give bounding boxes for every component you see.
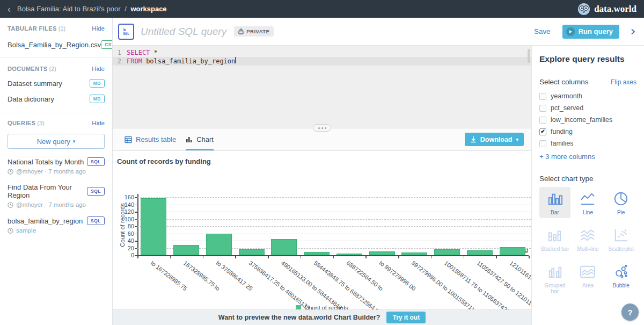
section-count: (2)	[49, 66, 56, 72]
app-window: ‹ Bolsa Familia: Aid to Brazil's poor / …	[0, 0, 644, 325]
bar-chart-icon	[540, 191, 569, 207]
section-tabular-files: TABULAR FILES (1) Hide Bolsa_Familia_by_…	[0, 18, 112, 58]
chart-type-bubble[interactable]: Bubble	[605, 260, 636, 297]
chart-type-scatterplot[interactable]: Scatterplot	[605, 223, 636, 255]
chart-type-bar[interactable]: Bar	[539, 187, 570, 218]
download-button[interactable]: Download ▾	[465, 133, 524, 146]
pie-chart-icon	[606, 191, 635, 207]
section-title: QUERIES	[8, 120, 35, 126]
lock-icon	[238, 28, 244, 34]
bar[interactable]	[336, 254, 362, 255]
bar[interactable]	[271, 239, 297, 255]
more-columns-link[interactable]: + 3 more columns	[539, 153, 636, 161]
help-button[interactable]: ?	[621, 304, 639, 321]
column-name: low_income_families	[551, 116, 612, 124]
x-tick-mark	[365, 256, 367, 258]
document-item[interactable]: Data dictionary MD	[8, 95, 105, 103]
bar[interactable]	[434, 249, 460, 256]
column-name: yearmonth	[551, 92, 582, 100]
tab-chart[interactable]: Chart	[186, 128, 214, 150]
query-meta: @mhoyer · 7 months ago	[8, 168, 105, 175]
hide-link-documents[interactable]: Hide	[92, 66, 105, 72]
x-tick-mark	[496, 256, 497, 258]
checkbox-checked[interactable]: ✔	[539, 128, 546, 135]
y-tick-label: 80	[116, 223, 134, 229]
line-number: 2	[113, 57, 127, 66]
sql-badge: SQL	[87, 216, 105, 225]
query-title-input[interactable]: Untitled SQL query	[141, 26, 226, 38]
x-tick-label: 1210116143...	[508, 259, 531, 287]
query-name: bolsa_familia_by_region	[8, 217, 83, 225]
multi-line-icon	[574, 227, 603, 243]
hide-link-queries[interactable]: Hide	[92, 120, 105, 126]
bar[interactable]	[304, 252, 330, 255]
column-checkbox-row[interactable]: pct_served	[539, 104, 636, 112]
new-query-button[interactable]: New query ▾	[8, 134, 105, 149]
back-chevron-icon[interactable]: ‹	[8, 4, 11, 14]
chart-type-stacked-bar[interactable]: Stacked bar	[539, 223, 570, 255]
brand-wordmark: data.world	[594, 4, 636, 15]
private-badge[interactable]: PRIVATE	[234, 26, 274, 37]
save-button[interactable]: Save	[534, 27, 551, 35]
chart-type-grouped-bar[interactable]: Grouped bar	[539, 260, 570, 297]
chart-type-multi-line[interactable]: Multi-line	[573, 223, 604, 255]
x-tick-mark	[170, 256, 171, 258]
gridline	[137, 241, 531, 241]
bar-chart-icon	[186, 136, 193, 143]
checkbox-unchecked[interactable]	[539, 140, 546, 147]
bar[interactable]	[369, 251, 395, 255]
tab-results-table[interactable]: Results table	[125, 128, 176, 150]
bar[interactable]	[173, 245, 199, 255]
chart-type-grid: Bar Line Pie Stacked bar	[539, 187, 636, 297]
run-query-button[interactable]: Run query	[562, 25, 619, 39]
gridline	[137, 197, 531, 198]
y-tick-mark	[135, 205, 137, 206]
gridline	[137, 212, 531, 212]
bar[interactable]	[206, 234, 232, 255]
dataworld-owl-icon	[577, 3, 590, 16]
query-name: National Totals by Month	[8, 158, 84, 166]
clock-icon	[8, 202, 13, 208]
column-checkbox-row[interactable]: ✔funding	[539, 128, 636, 135]
try-it-out-button[interactable]: Try it out	[386, 312, 426, 323]
query-item[interactable]: bolsa_familia_by_region SQL sample	[8, 216, 105, 234]
sql-editor[interactable]: 1SELECT * 2FROM bolsa_familia_by_region	[113, 46, 531, 128]
splitter-drag-handle[interactable]	[313, 124, 331, 132]
line-chart-icon	[574, 191, 603, 207]
chart-type-line[interactable]: Line	[573, 187, 604, 218]
breadcrumb-dataset-title[interactable]: Bolsa Familia: Aid to Brazil's poor	[17, 5, 121, 13]
hide-link-tabular[interactable]: Hide	[92, 25, 105, 32]
checkbox-unchecked[interactable]	[539, 117, 546, 124]
chart-type-area[interactable]: Area	[573, 260, 604, 297]
sidebar: TABULAR FILES (1) Hide Bolsa_Familia_by_…	[0, 18, 113, 325]
breadcrumb-page: workspace	[130, 5, 166, 13]
bar[interactable]	[467, 250, 493, 255]
bar[interactable]	[401, 252, 427, 255]
editor-scrollbar[interactable]	[528, 49, 530, 63]
column-checkbox-row[interactable]: low_income_families	[539, 116, 636, 124]
file-item-csv[interactable]: Bolsa_Familia_by_Region.csv CSV	[8, 40, 105, 49]
collapse-panel-button[interactable]	[629, 28, 636, 35]
checkbox-unchecked[interactable]	[539, 105, 546, 112]
y-tick-mark	[135, 219, 137, 220]
section-count: (3)	[37, 120, 44, 126]
file-name: Bolsa_Familia_by_Region.csv	[8, 41, 101, 49]
gridline	[137, 234, 531, 234]
text-cursor	[235, 57, 236, 63]
column-checkbox-row[interactable]: families	[539, 140, 636, 147]
explore-heading: Explore query results	[539, 54, 636, 64]
column-checkbox-row[interactable]: yearmonth	[539, 92, 636, 100]
bar[interactable]	[500, 247, 525, 255]
x-tick-mark	[301, 256, 302, 258]
bar[interactable]	[239, 249, 265, 255]
checkbox-unchecked[interactable]	[539, 93, 546, 100]
flip-axes-link[interactable]: Flip axes	[611, 78, 636, 86]
x-tick-mark	[333, 256, 334, 258]
brand-logo[interactable]: data.world	[577, 3, 636, 16]
query-item[interactable]: National Totals by Month SQL @mhoyer · 7…	[8, 157, 105, 175]
bar[interactable]	[141, 198, 166, 255]
query-item[interactable]: Find Data From Your Region SQL @mhoyer ·…	[8, 183, 105, 208]
document-item[interactable]: Dataset summary MD	[8, 79, 105, 88]
chart-type-pie[interactable]: Pie	[605, 187, 636, 218]
md-badge: MD	[90, 79, 105, 88]
